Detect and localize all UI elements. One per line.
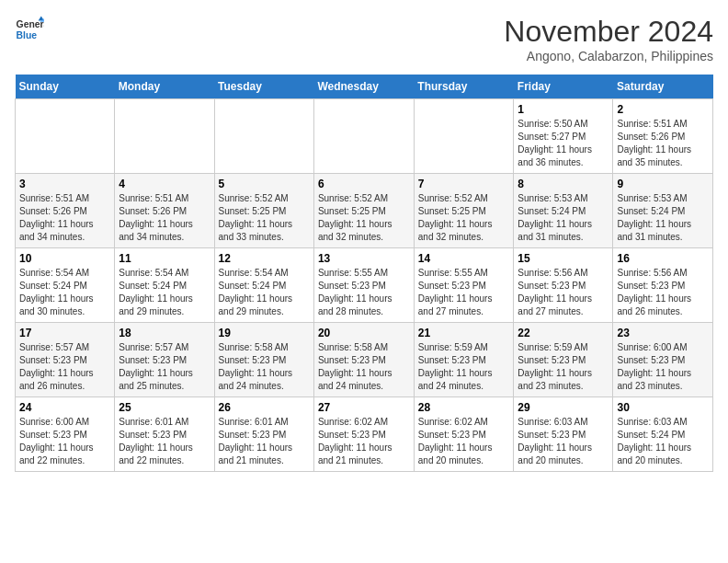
day-info: Sunrise: 5:51 AM Sunset: 5:26 PM Dayligh… [617, 118, 709, 169]
calendar-cell: 30Sunrise: 6:03 AM Sunset: 5:24 PM Dayli… [613, 397, 713, 472]
calendar-cell: 25Sunrise: 6:01 AM Sunset: 5:23 PM Dayli… [115, 397, 214, 472]
day-number: 27 [318, 401, 410, 414]
day-number: 21 [418, 327, 510, 339]
day-number: 25 [119, 401, 210, 414]
day-info: Sunrise: 6:02 AM Sunset: 5:23 PM Dayligh… [318, 416, 410, 467]
day-info: Sunrise: 5:53 AM Sunset: 5:24 PM Dayligh… [518, 192, 609, 244]
page-header: General Blue November 2024 Angono, Calab… [15, 15, 713, 63]
logo: General Blue [15, 15, 44, 44]
day-info: Sunrise: 6:00 AM Sunset: 5:23 PM Dayligh… [19, 416, 110, 467]
day-info: Sunrise: 5:54 AM Sunset: 5:24 PM Dayligh… [219, 267, 310, 318]
calendar-cell: 2Sunrise: 5:51 AM Sunset: 5:26 PM Daylig… [613, 99, 713, 174]
calendar-cell: 3Sunrise: 5:51 AM Sunset: 5:26 PM Daylig… [16, 174, 115, 248]
weekday-header-row: SundayMondayTuesdayWednesdayThursdayFrid… [16, 75, 713, 99]
calendar-cell: 18Sunrise: 5:57 AM Sunset: 5:23 PM Dayli… [115, 323, 214, 397]
calendar-cell: 4Sunrise: 5:51 AM Sunset: 5:26 PM Daylig… [115, 174, 214, 248]
day-number: 10 [19, 252, 110, 265]
day-info: Sunrise: 5:55 AM Sunset: 5:23 PM Dayligh… [418, 267, 510, 318]
day-info: Sunrise: 5:59 AM Sunset: 5:23 PM Dayligh… [418, 341, 510, 393]
day-info: Sunrise: 6:03 AM Sunset: 5:24 PM Dayligh… [617, 416, 709, 467]
calendar-cell: 21Sunrise: 5:59 AM Sunset: 5:23 PM Dayli… [414, 323, 514, 397]
day-info: Sunrise: 5:52 AM Sunset: 5:25 PM Dayligh… [219, 192, 310, 244]
month-title: November 2024 [504, 15, 713, 49]
day-number: 24 [19, 401, 110, 414]
weekday-header: Friday [514, 75, 613, 99]
svg-text:Blue: Blue [17, 30, 38, 40]
calendar-week-row: 24Sunrise: 6:00 AM Sunset: 5:23 PM Dayli… [16, 397, 713, 472]
day-info: Sunrise: 5:56 AM Sunset: 5:23 PM Dayligh… [617, 267, 709, 318]
weekday-header: Tuesday [214, 75, 313, 99]
day-number: 17 [19, 327, 110, 339]
day-info: Sunrise: 6:01 AM Sunset: 5:23 PM Dayligh… [219, 416, 310, 467]
calendar-cell: 23Sunrise: 6:00 AM Sunset: 5:23 PM Dayli… [613, 323, 713, 397]
calendar-cell: 10Sunrise: 5:54 AM Sunset: 5:24 PM Dayli… [16, 248, 115, 323]
day-number: 4 [119, 178, 210, 190]
day-info: Sunrise: 5:54 AM Sunset: 5:24 PM Dayligh… [19, 267, 110, 318]
calendar-cell: 26Sunrise: 6:01 AM Sunset: 5:23 PM Dayli… [214, 397, 313, 472]
calendar-cell: 7Sunrise: 5:52 AM Sunset: 5:25 PM Daylig… [414, 174, 514, 248]
calendar-table: SundayMondayTuesdayWednesdayThursdayFrid… [15, 75, 713, 472]
calendar-cell: 12Sunrise: 5:54 AM Sunset: 5:24 PM Dayli… [214, 248, 313, 323]
title-block: November 2024 Angono, Calabarzon, Philip… [504, 15, 713, 63]
day-info: Sunrise: 5:58 AM Sunset: 5:23 PM Dayligh… [318, 341, 410, 393]
day-number: 9 [617, 178, 709, 190]
day-info: Sunrise: 6:02 AM Sunset: 5:23 PM Dayligh… [418, 416, 510, 467]
calendar-cell: 28Sunrise: 6:02 AM Sunset: 5:23 PM Dayli… [414, 397, 514, 472]
day-info: Sunrise: 5:51 AM Sunset: 5:26 PM Dayligh… [19, 192, 110, 244]
weekday-header: Sunday [16, 75, 115, 99]
day-info: Sunrise: 6:01 AM Sunset: 5:23 PM Dayligh… [119, 416, 210, 467]
svg-text:General: General [17, 19, 44, 29]
calendar-cell: 16Sunrise: 5:56 AM Sunset: 5:23 PM Dayli… [613, 248, 713, 323]
day-number: 15 [518, 252, 609, 265]
day-info: Sunrise: 5:56 AM Sunset: 5:23 PM Dayligh… [518, 267, 609, 318]
calendar-cell: 22Sunrise: 5:59 AM Sunset: 5:23 PM Dayli… [514, 323, 613, 397]
day-info: Sunrise: 5:57 AM Sunset: 5:23 PM Dayligh… [119, 341, 210, 393]
day-info: Sunrise: 5:52 AM Sunset: 5:25 PM Dayligh… [418, 192, 510, 244]
calendar-cell: 9Sunrise: 5:53 AM Sunset: 5:24 PM Daylig… [613, 174, 713, 248]
calendar-cell: 27Sunrise: 6:02 AM Sunset: 5:23 PM Dayli… [313, 397, 414, 472]
day-number: 19 [219, 327, 310, 339]
day-number: 1 [518, 103, 609, 116]
calendar-cell: 29Sunrise: 6:03 AM Sunset: 5:23 PM Dayli… [514, 397, 613, 472]
day-number: 23 [617, 327, 709, 339]
day-number: 29 [518, 401, 609, 414]
day-number: 6 [318, 178, 410, 190]
calendar-week-row: 1Sunrise: 5:50 AM Sunset: 5:27 PM Daylig… [16, 99, 713, 174]
weekday-header: Thursday [414, 75, 514, 99]
day-info: Sunrise: 5:54 AM Sunset: 5:24 PM Dayligh… [119, 267, 210, 318]
day-number: 18 [119, 327, 210, 339]
day-number: 11 [119, 252, 210, 265]
day-number: 26 [219, 401, 310, 414]
day-info: Sunrise: 5:59 AM Sunset: 5:23 PM Dayligh… [518, 341, 609, 393]
calendar-cell: 6Sunrise: 5:52 AM Sunset: 5:25 PM Daylig… [313, 174, 414, 248]
day-info: Sunrise: 5:57 AM Sunset: 5:23 PM Dayligh… [19, 341, 110, 393]
calendar-cell: 24Sunrise: 6:00 AM Sunset: 5:23 PM Dayli… [16, 397, 115, 472]
calendar-week-row: 3Sunrise: 5:51 AM Sunset: 5:26 PM Daylig… [16, 174, 713, 248]
day-number: 22 [518, 327, 609, 339]
calendar-cell [115, 99, 214, 174]
calendar-cell: 11Sunrise: 5:54 AM Sunset: 5:24 PM Dayli… [115, 248, 214, 323]
day-number: 3 [19, 178, 110, 190]
day-info: Sunrise: 6:00 AM Sunset: 5:23 PM Dayligh… [617, 341, 709, 393]
day-info: Sunrise: 5:53 AM Sunset: 5:24 PM Dayligh… [617, 192, 709, 244]
day-number: 14 [418, 252, 510, 265]
logo-icon: General Blue [15, 15, 44, 44]
calendar-week-row: 17Sunrise: 5:57 AM Sunset: 5:23 PM Dayli… [16, 323, 713, 397]
day-info: Sunrise: 5:52 AM Sunset: 5:25 PM Dayligh… [318, 192, 410, 244]
day-info: Sunrise: 6:03 AM Sunset: 5:23 PM Dayligh… [518, 416, 609, 467]
day-number: 2 [617, 103, 709, 116]
day-number: 8 [518, 178, 609, 190]
calendar-cell [214, 99, 313, 174]
day-info: Sunrise: 5:51 AM Sunset: 5:26 PM Dayligh… [119, 192, 210, 244]
day-number: 16 [617, 252, 709, 265]
weekday-header: Wednesday [313, 75, 414, 99]
calendar-cell: 19Sunrise: 5:58 AM Sunset: 5:23 PM Dayli… [214, 323, 313, 397]
day-info: Sunrise: 5:55 AM Sunset: 5:23 PM Dayligh… [318, 267, 410, 318]
calendar-cell [16, 99, 115, 174]
location: Angono, Calabarzon, Philippines [504, 49, 713, 63]
calendar-cell [313, 99, 414, 174]
calendar-cell: 17Sunrise: 5:57 AM Sunset: 5:23 PM Dayli… [16, 323, 115, 397]
calendar-week-row: 10Sunrise: 5:54 AM Sunset: 5:24 PM Dayli… [16, 248, 713, 323]
calendar-cell: 5Sunrise: 5:52 AM Sunset: 5:25 PM Daylig… [214, 174, 313, 248]
weekday-header: Monday [115, 75, 214, 99]
